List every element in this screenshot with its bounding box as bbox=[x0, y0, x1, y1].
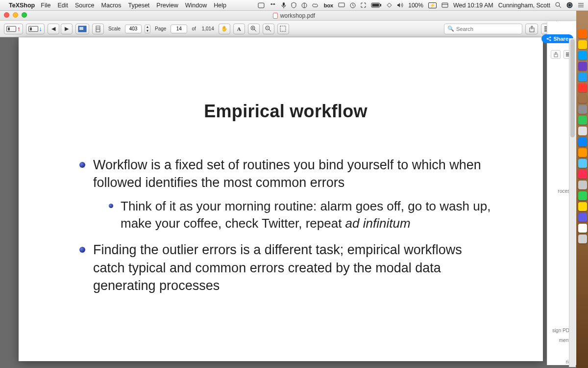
notification-center-icon[interactable] bbox=[578, 2, 584, 8]
charging-badge: ⚡ bbox=[428, 2, 437, 8]
svg-rect-0 bbox=[258, 3, 264, 8]
dock-app-icon[interactable] bbox=[578, 202, 587, 211]
box-icon[interactable]: box bbox=[324, 2, 334, 8]
dropbox-icon[interactable] bbox=[270, 2, 276, 8]
marquee-button[interactable] bbox=[277, 24, 289, 34]
dock-app-icon[interactable] bbox=[578, 94, 587, 103]
of-label: of bbox=[192, 26, 196, 31]
battery-icon[interactable] bbox=[371, 2, 382, 8]
share-button[interactable] bbox=[525, 24, 538, 34]
hand-tool-button[interactable]: ✋ bbox=[219, 24, 230, 34]
creative-cloud-icon[interactable] bbox=[312, 3, 319, 8]
dock-app-icon[interactable] bbox=[578, 224, 587, 233]
spotlight-icon[interactable] bbox=[555, 2, 562, 8]
timemachine-icon[interactable] bbox=[350, 2, 356, 8]
menubar-clock[interactable]: Wed 10:19 AM bbox=[453, 2, 493, 9]
search-input[interactable] bbox=[456, 26, 519, 32]
macos-menubar: TeXShop File Edit Source Macros Typeset … bbox=[0, 0, 588, 11]
zoom-out-button[interactable] bbox=[263, 24, 274, 34]
scale-stepper[interactable]: ▲▼ bbox=[145, 25, 150, 33]
svg-line-39 bbox=[547, 39, 550, 40]
siri-icon[interactable] bbox=[566, 2, 573, 8]
menu-file[interactable]: File bbox=[41, 2, 50, 9]
prev-page-button[interactable]: ◀ bbox=[48, 24, 59, 34]
traffic-lights bbox=[4, 12, 27, 18]
display-icon[interactable] bbox=[338, 2, 345, 8]
toolbar-search[interactable]: 🔍 bbox=[444, 24, 522, 34]
menu-help[interactable]: Help bbox=[214, 2, 226, 9]
acrobat-upload-icon[interactable] bbox=[551, 50, 561, 59]
fit-page-button[interactable] bbox=[92, 24, 104, 34]
menu-macros[interactable]: Macros bbox=[101, 2, 122, 9]
scale-input[interactable] bbox=[125, 25, 142, 33]
dock-app-icon[interactable] bbox=[578, 29, 587, 38]
mic-icon[interactable] bbox=[281, 2, 286, 8]
menu-preview[interactable]: Preview bbox=[156, 2, 178, 9]
shield-icon[interactable] bbox=[291, 2, 296, 8]
dock-app-icon[interactable] bbox=[578, 40, 587, 49]
dock-app-icon[interactable] bbox=[578, 181, 587, 189]
dock-app-icon[interactable] bbox=[578, 148, 587, 157]
svg-rect-8 bbox=[372, 4, 379, 7]
pdf-page: Empirical workflow Workflow is a fixed s… bbox=[19, 37, 543, 361]
bullet-1-sub-em: ad infinitum bbox=[345, 216, 411, 231]
onedrive-icon[interactable] bbox=[301, 2, 307, 8]
dock-app-icon[interactable] bbox=[578, 159, 587, 168]
menu-window[interactable]: Window bbox=[185, 2, 207, 9]
drawer-toggle-button[interactable]: ↑ bbox=[4, 24, 23, 34]
dock-app-icon[interactable] bbox=[578, 73, 587, 81]
window-title: workshop.pdf bbox=[280, 12, 315, 19]
dock-app-icon[interactable] bbox=[578, 213, 587, 222]
next-page-button[interactable]: ▶ bbox=[61, 24, 73, 34]
svg-rect-20 bbox=[96, 26, 100, 32]
drawer-toggle-down-button[interactable]: ↓ bbox=[26, 24, 45, 34]
dock-app-icon[interactable] bbox=[578, 116, 587, 125]
scale-label: Scale bbox=[108, 26, 121, 31]
text-select-button[interactable]: A bbox=[233, 24, 245, 34]
dock-app-icon[interactable] bbox=[578, 51, 587, 60]
dock-app-icon[interactable] bbox=[578, 170, 587, 179]
app-name[interactable]: TeXShop bbox=[9, 2, 35, 9]
pdf-canvas-background: Empirical workflow Workflow is a fixed s… bbox=[0, 37, 588, 368]
menubar-user[interactable]: Cunningham, Scott bbox=[498, 2, 550, 9]
dock-app-icon[interactable] bbox=[578, 137, 587, 146]
window-minimize-button[interactable] bbox=[13, 12, 18, 18]
diamond-icon[interactable] bbox=[387, 2, 392, 8]
menu-typeset[interactable]: Typeset bbox=[128, 2, 150, 9]
svg-rect-1 bbox=[283, 2, 285, 6]
window-close-button[interactable] bbox=[4, 12, 9, 18]
pdf-toolbar: ↑ ↓ ◀ ▶ Scale ▲▼ Page of 1,014 ✋ A 🔍 Sig… bbox=[0, 21, 588, 37]
page-input[interactable] bbox=[171, 25, 187, 33]
dock-app-icon[interactable] bbox=[578, 235, 587, 243]
bullet-2-text: Finding the outlier errors is a differen… bbox=[93, 242, 462, 293]
input-source-icon[interactable] bbox=[441, 2, 448, 8]
menu-source[interactable]: Source bbox=[75, 2, 95, 9]
window-titlebar[interactable]: workshop.pdf bbox=[0, 11, 588, 21]
bullet-1-sub: Think of it as your morning routine: ala… bbox=[93, 198, 494, 232]
dock-app-icon[interactable] bbox=[578, 83, 587, 92]
menu-edit[interactable]: Edit bbox=[57, 2, 68, 9]
status-icon[interactable] bbox=[258, 2, 265, 8]
svg-rect-7 bbox=[380, 4, 381, 6]
svg-point-13 bbox=[567, 2, 573, 8]
page-total: 1,014 bbox=[202, 26, 214, 31]
svg-rect-9 bbox=[442, 3, 448, 7]
bullet-1-text: Workflow is a fixed set of routines you … bbox=[93, 158, 481, 190]
svg-rect-30 bbox=[280, 26, 286, 31]
vertical-scrollbar[interactable] bbox=[569, 38, 576, 367]
slide-content: Empirical workflow Workflow is a fixed s… bbox=[19, 37, 543, 361]
dock-app-icon[interactable] bbox=[578, 127, 587, 135]
dock-app-icon[interactable] bbox=[578, 105, 587, 114]
view-mode-button[interactable] bbox=[75, 24, 89, 34]
dock-app-icon[interactable] bbox=[578, 191, 587, 200]
battery-percent: 100% bbox=[408, 2, 423, 9]
window-zoom-button[interactable] bbox=[22, 12, 27, 18]
document-proxy-icon[interactable] bbox=[273, 13, 278, 19]
bullet-1: Workflow is a fixed set of routines you … bbox=[77, 156, 494, 232]
zoom-in-button[interactable] bbox=[248, 24, 260, 34]
fullscreen-icon[interactable] bbox=[361, 2, 366, 8]
page-label: Page bbox=[155, 26, 166, 31]
volume-icon[interactable] bbox=[397, 2, 403, 8]
dock-app-icon[interactable] bbox=[578, 62, 587, 71]
scrollbar-thumb[interactable] bbox=[570, 39, 575, 137]
